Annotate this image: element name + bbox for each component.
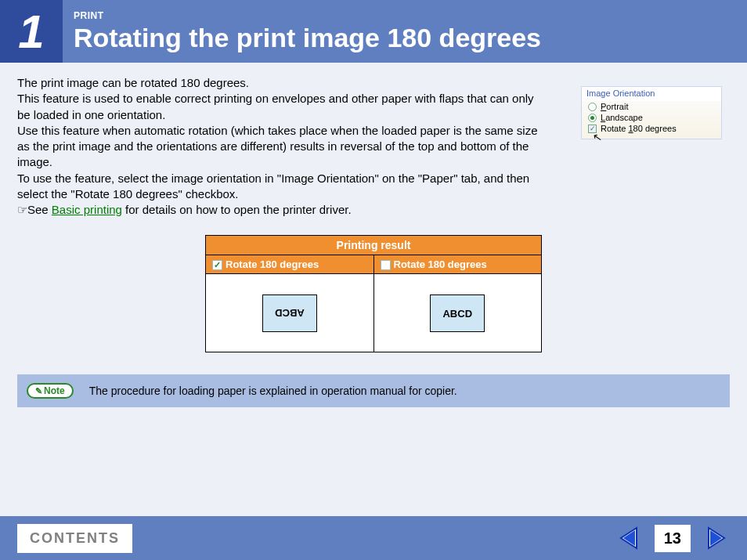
see-line: ☞See Basic printing for details on how t… [17,202,542,218]
sample-rotated: ABCD [262,294,317,332]
paragraph-3: Use this feature when automatic rotation… [17,123,542,171]
content-area: The print image can be rotated 180 degre… [0,63,747,407]
header-titles: PRINT Rotating the print image 180 degre… [63,0,541,63]
printing-result-table: Printing result ✓Rotate 180 degrees Rota… [205,235,542,352]
column-header-unchecked: Rotate 180 degrees [374,255,542,274]
header-band: 1 PRINT Rotating the print image 180 deg… [0,0,747,63]
section-category: PRINT [74,10,541,21]
note-badge: Note [27,383,74,399]
arrow-left-icon [618,526,641,550]
table-header: Printing result [206,236,542,255]
checkbox-icon: ✓ [588,125,597,133]
page-number: 13 [655,525,691,552]
sample-rotated-cell: ABCD [206,274,374,352]
sample-normal: ABCD [430,294,485,332]
note-bar: Note The procedure for loading paper is … [17,374,730,407]
paragraph-1: The print image can be rotated 180 degre… [17,75,542,91]
radio-icon [588,103,597,111]
section-number: 1 [0,0,63,63]
checked-checkbox-icon: ✓ [212,260,222,270]
footer-bar: CONTENTS 13 [0,516,747,560]
panel-title: Image Orientation [582,87,721,101]
image-orientation-panel: Image Orientation Portrait Landscape ✓ R… [581,86,722,139]
column-header-checked: ✓Rotate 180 degrees [206,255,374,274]
option-label: Portrait [601,102,628,111]
unchecked-checkbox-icon [381,260,391,270]
basic-printing-link[interactable]: Basic printing [52,203,122,216]
nav-cluster: 13 [615,524,730,552]
paragraph-4: To use the feature, select the image ori… [17,171,542,203]
paragraph-2: This feature is used to enable correct p… [17,91,542,123]
see-suffix: for details on how to open the printer d… [122,203,352,216]
arrow-right-icon [704,526,727,550]
sample-normal-cell: ABCD [374,274,542,352]
orientation-option-rotate180[interactable]: ✓ Rotate 180 degrees ↖ [582,123,721,134]
contents-button[interactable]: CONTENTS [17,524,132,553]
orientation-option-portrait[interactable]: Portrait [582,101,721,112]
next-page-button[interactable] [702,524,730,552]
note-text: The procedure for loading paper is expla… [89,385,457,397]
radio-icon [588,114,597,122]
pointer-icon: ☞See [17,203,52,216]
option-label: Landscape [601,113,643,122]
orientation-option-landscape[interactable]: Landscape [582,112,721,123]
body-text: The print image can be rotated 180 degre… [17,75,542,218]
page-title: Rotating the print image 180 degrees [74,23,541,53]
option-label: Rotate 180 degrees [601,124,677,133]
prev-page-button[interactable] [615,524,644,552]
